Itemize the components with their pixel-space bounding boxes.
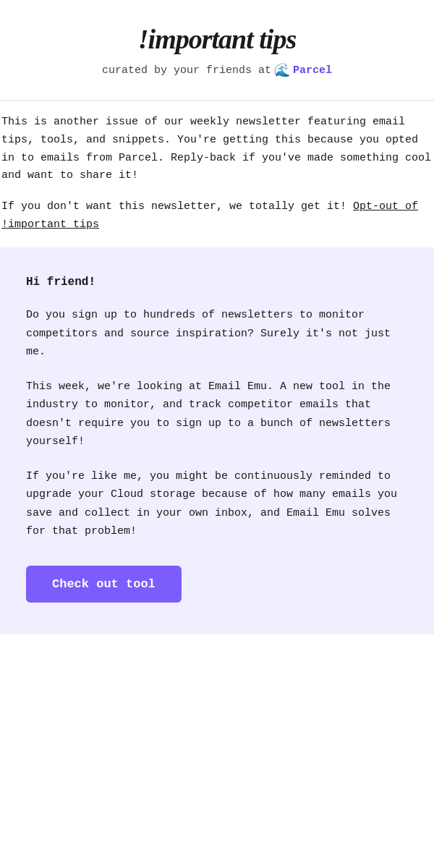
header-divider [0, 100, 434, 101]
subtitle-text: curated by your friends at [102, 64, 271, 77]
email-paragraph-3: If you're like me, you might be continuo… [26, 467, 408, 541]
page-title: !important tips [14, 23, 420, 55]
parcel-icon: 🌊 [274, 62, 290, 78]
email-content-section: Hi friend! Do you sign up to hundreds of… [0, 247, 434, 634]
cta-container: Check out tool [26, 557, 408, 608]
parcel-logo: 🌊 Parcel [274, 62, 332, 78]
email-greeting: Hi friend! [26, 273, 408, 292]
intro-paragraph-1: This is another issue of our weekly news… [1, 114, 433, 185]
email-paragraph-1: Do you sign up to hundreds of newsletter… [26, 306, 408, 362]
optout-text-start: If you don't want this newsletter, we to… [1, 200, 346, 213]
header: !important tips curated by your friends … [0, 0, 434, 93]
check-out-tool-button[interactable]: Check out tool [26, 566, 182, 603]
intro-section: This is another issue of our weekly news… [0, 114, 434, 234]
header-subtitle: curated by your friends at 🌊 Parcel [14, 62, 420, 78]
optout-paragraph: If you don't want this newsletter, we to… [1, 198, 433, 234]
parcel-label: Parcel [293, 64, 332, 77]
email-paragraph-2: This week, we're looking at Email Emu. A… [26, 378, 408, 451]
